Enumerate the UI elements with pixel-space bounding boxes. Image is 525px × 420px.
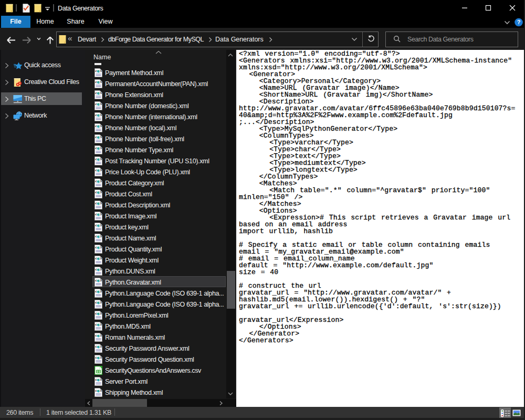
svg-text:?: ? (517, 19, 521, 25)
